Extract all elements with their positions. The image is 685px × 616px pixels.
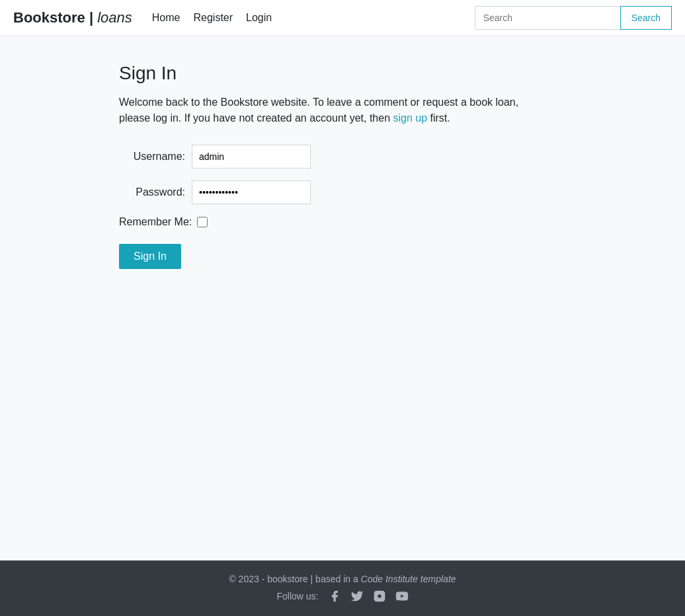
- intro-end: first.: [427, 112, 450, 124]
- username-input[interactable]: [192, 145, 311, 169]
- username-group: Username:: [119, 145, 672, 169]
- sign-in-button[interactable]: Sign In: [119, 244, 181, 269]
- intro-paragraph: Welcome back to the Bookstore website. T…: [119, 95, 542, 126]
- remember-group: Remember Me:: [119, 216, 672, 228]
- follow-us-label: Follow us:: [276, 591, 318, 601]
- register-link[interactable]: Register: [193, 12, 233, 23]
- login-link[interactable]: Login: [246, 12, 272, 23]
- brand-logo[interactable]: Bookstore | loans: [13, 9, 132, 26]
- home-link[interactable]: Home: [152, 12, 181, 23]
- youtube-link[interactable]: [395, 590, 409, 603]
- footer-template-text: Code Institute template: [361, 574, 456, 584]
- page-title: Sign In: [119, 63, 672, 84]
- facebook-icon: [328, 590, 341, 603]
- remember-label: Remember Me:: [119, 216, 192, 228]
- brand-name-bold: Bookstore: [13, 9, 85, 26]
- password-label: Password:: [119, 186, 185, 198]
- navbar: Bookstore | loans Home Register Login Se…: [0, 0, 685, 36]
- nav-links: Home Register Login: [152, 12, 272, 24]
- facebook-link[interactable]: [328, 590, 341, 603]
- footer-copyright: © 2023 - bookstore | based in a Code Ins…: [13, 574, 672, 584]
- intro-text-line1: Welcome back to the Bookstore website. T…: [119, 96, 518, 108]
- password-group: Password:: [119, 180, 672, 204]
- nav-item-home[interactable]: Home: [152, 12, 181, 24]
- instagram-icon: [373, 590, 386, 603]
- login-form: Username: Password: Remember Me: Sign In: [119, 145, 672, 269]
- intro-text-line2: please log in. If you have not created a…: [119, 112, 393, 124]
- search-input[interactable]: [475, 6, 620, 30]
- search-container: Search: [475, 6, 672, 30]
- username-label: Username:: [119, 151, 185, 163]
- nav-item-login[interactable]: Login: [246, 12, 272, 24]
- youtube-icon: [395, 590, 409, 603]
- main-content: Sign In Welcome back to the Bookstore we…: [0, 36, 685, 560]
- instagram-link[interactable]: [373, 590, 386, 603]
- twitter-icon: [350, 590, 364, 603]
- password-input[interactable]: [192, 180, 311, 204]
- search-button[interactable]: Search: [620, 6, 672, 30]
- signup-link[interactable]: sign up: [393, 112, 428, 124]
- footer: © 2023 - bookstore | based in a Code Ins…: [0, 560, 685, 616]
- remember-checkbox[interactable]: [197, 217, 208, 227]
- brand-separator: |: [85, 9, 97, 26]
- twitter-link[interactable]: [350, 590, 364, 603]
- footer-social: Follow us:: [13, 590, 672, 603]
- nav-item-register[interactable]: Register: [193, 12, 233, 24]
- brand-name-italic: loans: [97, 9, 132, 26]
- footer-copyright-text: © 2023 - bookstore | based in a: [229, 574, 360, 584]
